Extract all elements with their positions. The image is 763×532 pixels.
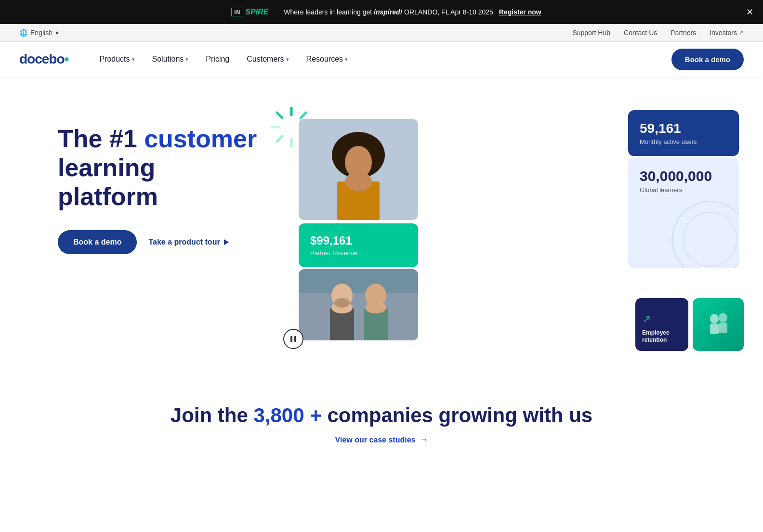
svg-point-25	[710, 314, 719, 324]
product-tour-label: Take a product tour	[148, 238, 220, 247]
hero-collage: 59,161 Monthly active users 30,000,000 G…	[279, 105, 744, 356]
companies-section: Join the 3,800 + companies growing with …	[0, 375, 763, 464]
contact-us-link[interactable]: Contact Us	[624, 29, 657, 37]
partner-revenue-label: Partner Revenue	[310, 249, 407, 257]
partner-revenue-card: $99,161 Partner Revenue	[299, 223, 418, 267]
solutions-chevron: ▾	[185, 56, 188, 63]
companies-prefix: Join the	[171, 404, 254, 427]
hero-product-tour-link[interactable]: Take a product tour	[148, 238, 228, 247]
nav-item-pricing[interactable]: Pricing	[198, 51, 237, 67]
svg-line-6	[301, 113, 306, 118]
retention-icon: ↗	[642, 313, 682, 325]
globe-icon: 🌐	[19, 29, 27, 37]
svg-rect-24	[294, 336, 296, 342]
investors-link[interactable]: Investors ↗	[710, 29, 744, 37]
hero-left: The #1 customer learning platform Book a…	[58, 105, 260, 254]
nav-item-resources[interactable]: Resources ▾	[299, 51, 355, 67]
external-link-icon: ↗	[739, 29, 744, 36]
companies-count: 3,800 +	[253, 404, 321, 427]
top-nav-links: Support Hub Contact Us Partners Investor…	[572, 29, 744, 37]
hero-title: The #1 customer learning platform	[58, 125, 260, 211]
monthly-users-card: 59,161 Monthly active users	[628, 110, 739, 156]
banner-event: ORLANDO, FL Apr 8-10 2025	[404, 8, 493, 16]
inspire-text: SPIRE	[245, 8, 268, 16]
docebo-logo[interactable]: docebo•	[19, 52, 68, 67]
partners-link[interactable]: Partners	[671, 29, 696, 37]
play-icon	[224, 239, 229, 245]
inspire-logo-box: IN	[231, 8, 243, 16]
resources-chevron: ▾	[345, 56, 348, 63]
hero-book-demo-button[interactable]: Book a demo	[58, 230, 137, 254]
svg-line-4	[277, 113, 282, 118]
monthly-users-label: Monthly active users	[640, 138, 727, 145]
language-label: English	[30, 29, 53, 37]
monthly-users-number: 59,161	[640, 121, 727, 136]
banner-italic: inspired!	[374, 8, 402, 16]
global-learners-label: Global learners	[640, 186, 727, 194]
nav-book-demo-button[interactable]: Book a demo	[671, 49, 744, 70]
inspire-logo: IN SPIRE	[222, 4, 278, 20]
svg-rect-28	[719, 323, 727, 333]
partner-revenue-number: $99,161	[310, 234, 407, 247]
support-hub-link[interactable]: Support Hub	[572, 29, 610, 37]
hero-photo-woman	[299, 119, 418, 220]
logo-dot: •	[65, 52, 69, 67]
case-studies-link[interactable]: View our case studies →	[19, 435, 744, 445]
svg-point-22	[365, 302, 386, 313]
customers-chevron: ▾	[286, 56, 289, 63]
banner-text: Where leaders in learning get inspired! …	[284, 8, 493, 16]
hero-buttons: Book a demo Take a product tour	[58, 230, 260, 254]
svg-line-7	[277, 136, 282, 142]
nav-item-customers[interactable]: Customers ▾	[239, 51, 296, 67]
nav-item-products[interactable]: Products ▾	[92, 51, 142, 67]
teal-photo-overlay	[693, 298, 744, 351]
employee-retention-card: ↗ Employee retention	[635, 298, 688, 351]
svg-rect-26	[710, 324, 719, 334]
language-selector[interactable]: 🌐 English ▾	[19, 29, 59, 37]
svg-point-19	[334, 298, 350, 308]
svg-rect-15	[299, 293, 418, 340]
companies-title: Join the 3,800 + companies growing with …	[19, 404, 744, 427]
case-studies-label: View our case studies	[335, 436, 416, 444]
hero-title-highlight: customer	[144, 125, 257, 153]
hero-photo-teal	[693, 298, 744, 351]
hero-title-suffix: learning platform	[58, 154, 158, 210]
top-nav: 🌐 English ▾ Support Hub Contact Us Partn…	[0, 24, 763, 42]
arrow-right-icon: →	[419, 435, 428, 445]
pause-button[interactable]	[283, 329, 303, 349]
logo-text: docebo	[19, 52, 65, 67]
hero-photo-duo	[299, 269, 418, 340]
register-link[interactable]: Register now	[499, 8, 541, 16]
products-chevron: ▾	[132, 56, 135, 63]
companies-suffix: companies growing with us	[322, 404, 592, 427]
employee-retention-label: Employee retention	[642, 329, 682, 344]
global-learners-card: 30,000,000 Global learners	[628, 157, 739, 268]
top-banner: IN SPIRE Where leaders in learning get i…	[0, 0, 763, 24]
main-nav: docebo• Products ▾ Solutions ▾ Pricing C…	[0, 42, 763, 77]
svg-point-13	[345, 172, 372, 191]
language-chevron: ▾	[55, 29, 59, 37]
svg-rect-23	[290, 336, 292, 342]
main-nav-links: Products ▾ Solutions ▾ Pricing Customers…	[92, 51, 671, 67]
svg-point-27	[719, 313, 727, 323]
globe-visual	[671, 201, 739, 268]
investors-label: Investors	[710, 29, 737, 37]
banner-close-button[interactable]: ✕	[746, 8, 753, 16]
hero-section: The #1 customer learning platform Book a…	[0, 77, 763, 375]
global-learners-number: 30,000,000	[640, 168, 727, 184]
nav-item-solutions[interactable]: Solutions ▾	[145, 51, 197, 67]
hero-title-prefix: The #1	[58, 125, 144, 153]
